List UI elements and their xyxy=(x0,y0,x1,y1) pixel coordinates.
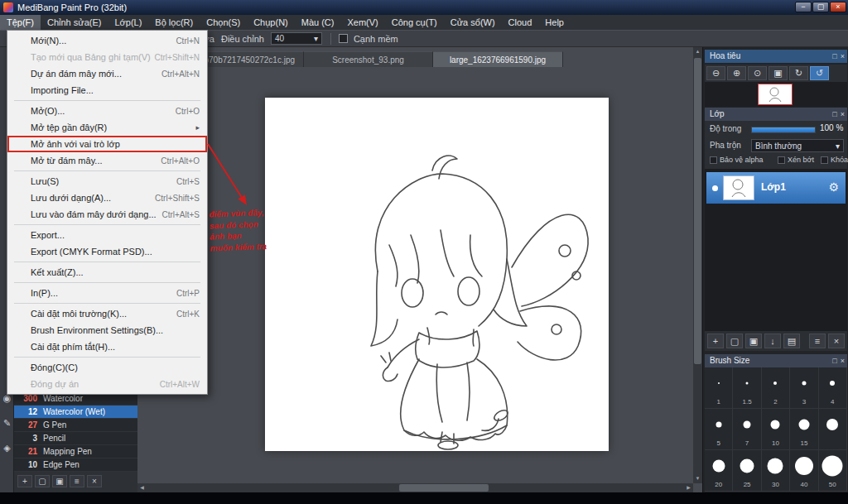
hand-tool-icon[interactable]: ◈ xyxy=(0,443,14,454)
opacity-slider[interactable] xyxy=(751,127,816,133)
brush-size-cell[interactable]: 7 xyxy=(733,409,761,450)
brush-size-cell[interactable]: 40 xyxy=(790,450,818,492)
rotate-ccw-button[interactable]: ↺ xyxy=(810,66,829,80)
horizontal-scrollbar[interactable]: ◀ ▶ xyxy=(137,483,693,492)
brush-size-cell[interactable]: 10 xyxy=(762,409,790,450)
menu-item-export[interactable]: Export... xyxy=(7,227,207,243)
add-brush-button[interactable]: + xyxy=(17,475,32,487)
add-folder-button[interactable]: ▢ xyxy=(726,334,743,348)
duplicate-layer-button[interactable]: ▣ xyxy=(745,334,762,348)
menu-item-save-as[interactable]: Lưu dưới dạng(A)...Ctrl+Shift+S xyxy=(7,190,207,206)
panel-float-icon[interactable]: □ xyxy=(832,354,836,367)
menu-file[interactable]: Tệp(F) xyxy=(0,15,41,30)
panel-float-icon[interactable]: □ xyxy=(832,50,836,63)
brush-size-cell[interactable]: 4 xyxy=(819,367,847,409)
brush-size-cell[interactable]: 25 xyxy=(733,450,761,492)
delete-layer-button[interactable]: × xyxy=(828,334,845,348)
zoom-reset-button[interactable]: ⊙ xyxy=(748,66,767,80)
brush-size-cell[interactable]: 15 xyxy=(790,409,818,450)
scroll-up-icon[interactable]: ▲ xyxy=(693,47,702,56)
brush-size-cell[interactable]: 2 xyxy=(762,367,790,409)
vertical-scroll-thumb[interactable] xyxy=(694,58,701,364)
menu-item-importing-file[interactable]: Importing File... xyxy=(7,82,207,98)
blend-mode-select[interactable]: Bình thường ▾ xyxy=(751,139,844,152)
document-tab-active[interactable]: large_1623766961590.jpg xyxy=(433,51,563,67)
brush-size-cell[interactable]: 1.5 xyxy=(733,367,761,409)
transfer-layer-button[interactable]: ↓ xyxy=(764,334,781,348)
menu-item-export-cmyk-psd[interactable]: Export (CMYK Format PSD)... xyxy=(7,243,207,260)
lock-checkbox[interactable]: Khóa xyxy=(821,156,848,164)
menu-item-close[interactable]: Đóng(C)(C) xyxy=(7,359,207,376)
panel-close-icon[interactable]: × xyxy=(841,354,845,367)
close-button[interactable]: × xyxy=(830,2,846,12)
layer-menu-button[interactable]: ≡ xyxy=(809,334,826,348)
menu-layer[interactable]: Lớp(L) xyxy=(108,15,148,30)
menu-item-new-cloud-project[interactable]: Dự án đám mây mới...Ctrl+Alt+N xyxy=(7,65,207,82)
protect-alpha-checkbox[interactable]: Bảo vệ alpha xyxy=(710,156,764,164)
brush-size-cell[interactable]: 30 xyxy=(762,450,790,492)
menu-edit[interactable]: Chỉnh sửa(E) xyxy=(41,15,108,30)
drawing-canvas[interactable] xyxy=(265,98,609,451)
vertical-scrollbar[interactable]: ▲ ▼ xyxy=(693,47,702,483)
zoom-out-button[interactable]: ⊖ xyxy=(706,66,725,80)
menu-window[interactable]: Cửa sổ(W) xyxy=(444,15,502,30)
brush-item[interactable]: 27 G Pen xyxy=(14,419,137,432)
fit-window-button[interactable]: ▣ xyxy=(768,66,788,80)
brush-menu-button[interactable]: ≡ xyxy=(70,475,84,487)
panel-close-icon[interactable]: × xyxy=(841,108,845,121)
adjust-dropdown[interactable]: 40 ▾ xyxy=(271,32,322,45)
menu-item-new[interactable]: Mới(N)...Ctrl+N xyxy=(7,32,207,49)
menu-item-brush-environment-settings[interactable]: Brush Environment Settings(B)... xyxy=(7,322,207,338)
brush-size-cell[interactable]: 50 xyxy=(819,450,847,492)
zoom-in-button[interactable]: ⊕ xyxy=(727,66,746,80)
navigator-preview[interactable] xyxy=(705,82,847,107)
layer-row-selected[interactable]: Lớp1 ⚙ xyxy=(706,172,846,204)
menu-color[interactable]: Màu (C) xyxy=(295,15,341,30)
scroll-right-icon[interactable]: ▶ xyxy=(684,483,693,492)
delete-brush-button[interactable]: × xyxy=(87,475,102,487)
panel-close-icon[interactable]: × xyxy=(841,50,845,63)
edit-brush-button[interactable]: ▢ xyxy=(35,475,50,487)
menu-cloud[interactable]: Cloud xyxy=(502,15,539,30)
duplicate-brush-button[interactable]: ▣ xyxy=(52,475,67,487)
restore-button[interactable]: ▢ xyxy=(812,2,829,12)
brush-item[interactable]: 21 Mapping Pen xyxy=(14,445,137,458)
menu-view[interactable]: Xem(V) xyxy=(340,15,384,30)
menu-item-open-recent[interactable]: Mở tệp gần đây(R)▸ xyxy=(7,119,207,136)
menu-filter[interactable]: Bộ lọc(R) xyxy=(148,15,200,30)
menu-help[interactable]: Help xyxy=(538,15,571,30)
brush-size-cell[interactable]: 5 xyxy=(705,409,733,450)
brush-size-cell[interactable] xyxy=(819,409,847,450)
horizontal-scroll-thumb[interactable] xyxy=(399,484,489,492)
brush-size-cell[interactable]: 20 xyxy=(705,450,733,492)
menu-item-environment-settings[interactable]: Cài đặt môi trường(K)...Ctrl+K xyxy=(7,305,207,322)
menu-item-print[interactable]: In(P)...Ctrl+P xyxy=(7,285,207,301)
menu-item-open[interactable]: Mở(O)...Ctrl+O xyxy=(7,103,207,119)
menu-item-open-image-as-layer[interactable]: Mở ảnh với vai trò lớp xyxy=(7,136,207,152)
brush-item[interactable]: 10 Edge Pen xyxy=(14,458,137,472)
menu-capture[interactable]: Chụp(N) xyxy=(247,15,295,30)
menu-item-render[interactable]: Kết xuất(Z)... xyxy=(7,264,207,281)
soft-edge-checkbox[interactable] xyxy=(339,34,348,43)
brush-item-selected[interactable]: 12 Watercolor (Wet) xyxy=(14,406,137,419)
pen-tool-icon[interactable]: ✎ xyxy=(0,418,14,429)
menu-tools[interactable]: Công cụ(T) xyxy=(385,15,444,30)
brush-item[interactable]: 3 Pencil xyxy=(14,432,137,445)
menu-item-save[interactable]: Lưu(S)Ctrl+S xyxy=(7,173,207,190)
scroll-left-icon[interactable]: ◀ xyxy=(137,483,147,492)
gear-icon[interactable]: ⚙ xyxy=(828,180,839,194)
menu-item-open-from-cloud[interactable]: Mở từ đám mây...Ctrl+Alt+O xyxy=(7,152,207,169)
menu-item-save-to-cloud-as[interactable]: Lưu vào đám mây dưới dạng...Ctrl+Alt+S xyxy=(7,206,207,223)
merge-layer-button[interactable]: ▤ xyxy=(783,334,800,348)
rotate-cw-button[interactable]: ↻ xyxy=(789,66,808,80)
layer-visibility-icon[interactable] xyxy=(712,185,718,191)
document-tab[interactable]: Screenshot_93.png xyxy=(304,51,433,67)
brush-size-cell[interactable]: 3 xyxy=(790,367,818,409)
menu-item-shortcut-settings[interactable]: Cài đặt phím tắt(H)... xyxy=(7,338,207,355)
brush-size-cell[interactable]: 1 xyxy=(705,367,733,409)
panel-float-icon[interactable]: □ xyxy=(832,108,836,121)
menu-select[interactable]: Chọn(S) xyxy=(200,15,247,30)
minimize-button[interactable]: − xyxy=(795,2,812,12)
clipping-checkbox[interactable]: Xén bớt xyxy=(778,156,814,164)
navigator-view-rect[interactable] xyxy=(758,84,793,105)
